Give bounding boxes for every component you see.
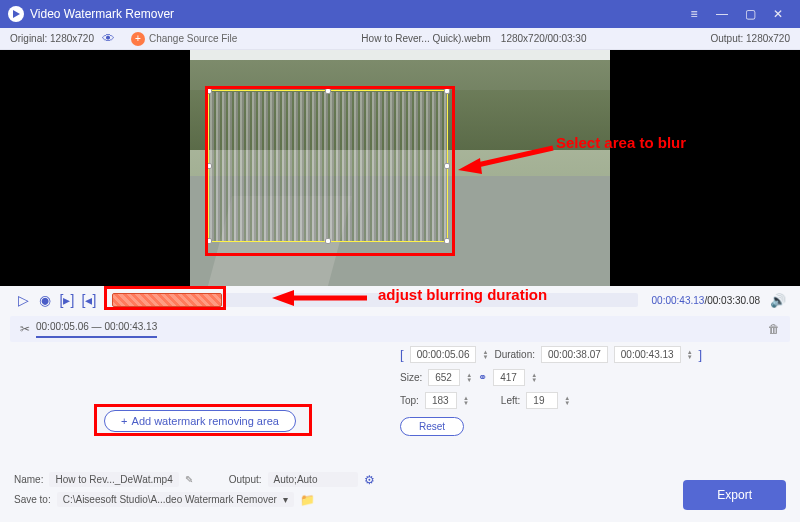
- plus-icon: +: [121, 415, 127, 427]
- end-time-input[interactable]: 00:00:43.13: [614, 346, 681, 363]
- height-spinner[interactable]: ▲▼: [531, 373, 537, 383]
- handle-w[interactable]: [206, 163, 212, 169]
- left-input[interactable]: 19: [526, 392, 558, 409]
- selection-box[interactable]: [208, 90, 448, 242]
- output-settings-icon[interactable]: ⚙: [364, 473, 375, 487]
- add-watermark-area-button[interactable]: + Add watermark removing area: [104, 410, 296, 432]
- duration-label: Duration:: [494, 349, 535, 360]
- play-button[interactable]: ▷: [14, 292, 32, 308]
- link-aspect-icon[interactable]: ⚭: [478, 371, 487, 384]
- start-spinner[interactable]: ▲▼: [482, 350, 488, 360]
- handle-n[interactable]: [325, 88, 331, 94]
- output-format-field[interactable]: Auto;Auto: [268, 472, 358, 487]
- stop-button[interactable]: ◉: [36, 292, 54, 308]
- handle-ne[interactable]: [444, 88, 450, 94]
- width-spinner[interactable]: ▲▼: [466, 373, 472, 383]
- handle-s[interactable]: [325, 238, 331, 244]
- video-preview: Select area to blur: [0, 50, 800, 286]
- top-spinner[interactable]: ▲▼: [463, 396, 469, 406]
- close-button[interactable]: ✕: [764, 7, 792, 21]
- duration-input[interactable]: 00:00:38.07: [541, 346, 608, 363]
- maximize-button[interactable]: ▢: [736, 7, 764, 21]
- output-name-field[interactable]: How to Rev..._DeWat.mp4: [49, 472, 178, 487]
- segment-row[interactable]: ✂ 00:00:05.06 — 00:00:43.13 🗑: [10, 316, 790, 342]
- reset-button[interactable]: Reset: [400, 417, 464, 436]
- preview-toggle-icon[interactable]: 👁: [102, 31, 115, 46]
- mark-in-button[interactable]: [▸]: [58, 292, 76, 308]
- delete-segment-icon[interactable]: 🗑: [768, 322, 780, 336]
- save-path-dropdown[interactable]: C:\Aiseesoft Studio\A...deo Watermark Re…: [57, 492, 294, 507]
- name-label: Name:: [14, 474, 43, 485]
- edit-name-icon[interactable]: ✎: [185, 474, 193, 485]
- handle-se[interactable]: [444, 238, 450, 244]
- size-width-input[interactable]: 652: [428, 369, 460, 386]
- save-path-value: C:\Aiseesoft Studio\A...deo Watermark Re…: [63, 494, 277, 505]
- app-title: Video Watermark Remover: [30, 7, 174, 21]
- source-dims-time: 1280x720/00:03:30: [501, 33, 587, 44]
- bottom-bar: Name: How to Rev..._DeWat.mp4 ✎ Output: …: [0, 466, 800, 522]
- menu-icon[interactable]: ≡: [680, 7, 708, 21]
- chevron-down-icon: ▾: [283, 494, 288, 505]
- export-button[interactable]: Export: [683, 480, 786, 510]
- minimize-button[interactable]: —: [708, 7, 736, 21]
- change-source-label: Change Source File: [149, 33, 237, 44]
- end-spinner[interactable]: ▲▼: [687, 350, 693, 360]
- playback-controls: ▷ ◉ [▸] [◂] 00:00:43.13/00:03:30.08 🔊: [0, 286, 800, 314]
- left-label: Left:: [501, 395, 520, 406]
- top-label: Top:: [400, 395, 419, 406]
- volume-icon[interactable]: 🔊: [770, 293, 786, 308]
- add-button-label: Add watermark removing area: [132, 415, 279, 427]
- time-display: 00:00:43.13/00:03:30.08: [652, 295, 760, 306]
- top-input[interactable]: 183: [425, 392, 457, 409]
- bracket-out-icon[interactable]: ]: [699, 347, 703, 362]
- save-to-label: Save to:: [14, 494, 51, 505]
- app-logo: [8, 6, 24, 22]
- handle-e[interactable]: [444, 163, 450, 169]
- video-frame[interactable]: [190, 50, 610, 286]
- original-dims: Original: 1280x720: [10, 33, 94, 44]
- handle-nw[interactable]: [206, 88, 212, 94]
- mark-out-button[interactable]: [◂]: [80, 292, 98, 308]
- titlebar: Video Watermark Remover ≡ — ▢ ✕: [0, 0, 800, 28]
- bracket-in-icon[interactable]: [: [400, 347, 404, 362]
- open-folder-icon[interactable]: 📁: [300, 493, 315, 507]
- handle-sw[interactable]: [206, 238, 212, 244]
- segment-range: 00:00:05.06 — 00:00:43.13: [36, 321, 157, 338]
- left-spinner[interactable]: ▲▼: [564, 396, 570, 406]
- output-dims: Output: 1280x720: [710, 33, 790, 44]
- source-filename: How to Rever... Quick).webm: [361, 33, 490, 44]
- size-label: Size:: [400, 372, 422, 383]
- timeline-segment[interactable]: [112, 293, 222, 307]
- output-label: Output:: [229, 474, 262, 485]
- start-time-input[interactable]: 00:00:05.06: [410, 346, 477, 363]
- scissors-icon[interactable]: ✂: [20, 322, 30, 336]
- parameters-panel: [ 00:00:05.06 ▲▼ Duration:00:00:38.07 00…: [400, 346, 790, 442]
- info-bar: Original: 1280x720 👁 + Change Source Fil…: [0, 28, 800, 50]
- plus-icon: +: [131, 32, 145, 46]
- svg-marker-0: [13, 10, 20, 18]
- change-source-button[interactable]: + Change Source File: [131, 32, 237, 46]
- size-height-input[interactable]: 417: [493, 369, 525, 386]
- timeline[interactable]: [112, 293, 638, 307]
